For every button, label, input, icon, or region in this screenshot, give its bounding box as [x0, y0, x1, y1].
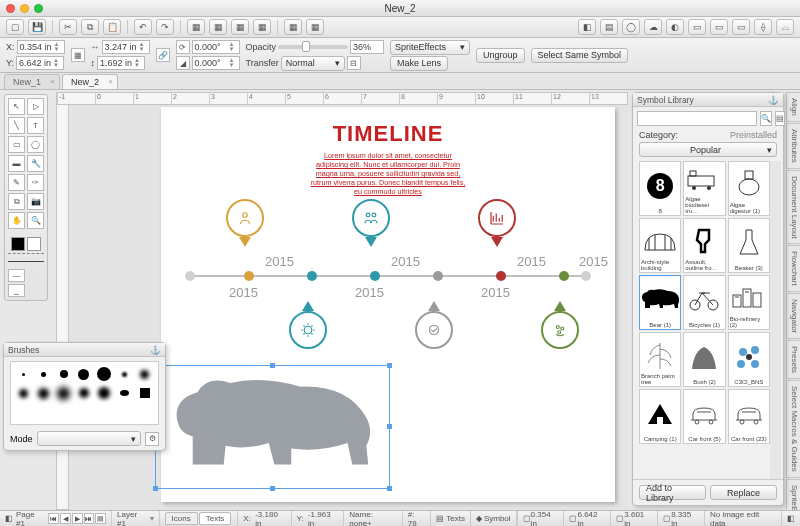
- paste-button[interactable]: 📋: [103, 19, 121, 35]
- side-tab[interactable]: Presets: [786, 340, 800, 379]
- symbol-cell[interactable]: Car front (5): [683, 389, 725, 444]
- symbol-cell[interactable]: Beaker (3): [728, 218, 770, 273]
- side-tab[interactable]: Select Macros & Guides: [786, 380, 800, 478]
- bottom-tab[interactable]: Texts: [199, 512, 232, 525]
- symbol-library-panel[interactable]: Symbol Library⚓ 🔍 ▤ Category:Preinstalle…: [632, 92, 784, 506]
- sprite-effects-dropdown[interactable]: SpriteEffects▾: [390, 40, 470, 55]
- shear-input[interactable]: 0.000°▲▼: [192, 56, 240, 70]
- first-page-button[interactable]: ⏮: [48, 513, 59, 524]
- symbol-cell[interactable]: Bio-refinery (2): [728, 275, 770, 330]
- next-page-button[interactable]: ▶: [72, 513, 83, 524]
- y-input[interactable]: 6.642 in▲▼: [16, 56, 64, 70]
- grid-button[interactable]: ▦: [284, 19, 302, 35]
- hand-tool[interactable]: ✋: [8, 212, 25, 229]
- stroke-weight-button[interactable]: —: [8, 269, 25, 282]
- link-icon[interactable]: 🔗: [156, 48, 170, 62]
- make-lens-button[interactable]: Make Lens: [390, 56, 448, 71]
- crop-tool[interactable]: ⧉: [8, 193, 25, 210]
- stroke-style-button[interactable]: ⎯: [8, 284, 25, 297]
- opacity-slider[interactable]: [278, 45, 348, 49]
- toolbar-button[interactable]: ◧: [578, 19, 596, 35]
- symbol-cell[interactable]: 88: [639, 161, 681, 216]
- toolbar-button[interactable]: ◯: [622, 19, 640, 35]
- symbol-cell[interactable]: Camping (1): [639, 389, 681, 444]
- rect-tool[interactable]: ▭: [8, 136, 25, 153]
- scrollbar[interactable]: [770, 161, 781, 479]
- toolbar-button[interactable]: 💾: [28, 19, 46, 35]
- brush-tool[interactable]: ✎: [8, 174, 25, 191]
- camera-tool[interactable]: 📷: [27, 193, 44, 210]
- cut-button[interactable]: ✂: [59, 19, 77, 35]
- search-button[interactable]: 🔍: [760, 111, 772, 126]
- document-tab[interactable]: New_2×: [62, 74, 118, 89]
- symbol-cell[interactable]: Archi-style building: [639, 218, 681, 273]
- stack-button[interactable]: ▦: [187, 19, 205, 35]
- anchor-icon[interactable]: ⚓: [150, 345, 161, 355]
- opacity-input[interactable]: 36%: [350, 40, 384, 54]
- last-page-button[interactable]: ⏭: [84, 513, 95, 524]
- transfer-mode-dropdown[interactable]: Normal▾: [281, 56, 345, 71]
- symbol-search-input[interactable]: [637, 111, 757, 126]
- add-page-button[interactable]: ▤: [95, 513, 106, 524]
- anchor-icon[interactable]: ⚓: [768, 95, 779, 105]
- symbol-cell[interactable]: Branch palm tree: [639, 332, 681, 387]
- toolbar-button[interactable]: ⌓: [776, 19, 794, 35]
- fill-tool[interactable]: ▬: [8, 155, 25, 172]
- side-tab[interactable]: Flowchart: [786, 245, 800, 292]
- ellipse-tool[interactable]: ◯: [27, 136, 44, 153]
- add-to-library-button[interactable]: Add to Library: [639, 485, 706, 500]
- brushes-panel[interactable]: Brushes⚓ Mode ▾: [3, 342, 166, 451]
- side-tab[interactable]: Navigator: [786, 293, 800, 339]
- toolbar-button[interactable]: ☁: [644, 19, 662, 35]
- stack-button[interactable]: ▦: [209, 19, 227, 35]
- stroke-swatch[interactable]: [11, 237, 25, 251]
- symbol-cell[interactable]: Car front (23): [728, 389, 770, 444]
- grid-button[interactable]: ▦: [306, 19, 324, 35]
- undo-button[interactable]: ↶: [134, 19, 152, 35]
- toolbar-button[interactable]: ◐: [666, 19, 684, 35]
- w-input[interactable]: 3.247 in▲▼: [102, 40, 150, 54]
- fill-swatch[interactable]: [27, 237, 41, 251]
- close-tab-icon[interactable]: ×: [108, 77, 113, 86]
- document-tab[interactable]: New_1×: [4, 74, 60, 89]
- x-input[interactable]: 0.354 in▲▼: [17, 40, 65, 54]
- symbol-cell[interactable]: Bicycles (1): [683, 275, 725, 330]
- ungroup-button[interactable]: Ungroup: [476, 48, 525, 63]
- select-tool[interactable]: ↖: [8, 98, 25, 115]
- filter-button[interactable]: ▤: [775, 111, 785, 126]
- toolbar-button[interactable]: ▭: [688, 19, 706, 35]
- side-tab[interactable]: Attributes: [786, 123, 800, 169]
- toolbar-button[interactable]: ▤: [600, 19, 618, 35]
- anchor-grid[interactable]: ▦: [71, 48, 85, 62]
- symbol-cell[interactable]: Bush (2): [683, 332, 725, 387]
- stack-button[interactable]: ▦: [231, 19, 249, 35]
- copy-button[interactable]: ⧉: [81, 19, 99, 35]
- wrench-tool[interactable]: 🔧: [27, 155, 44, 172]
- stack-button[interactable]: ▦: [253, 19, 271, 35]
- toolbar-button[interactable]: ⟠: [754, 19, 772, 35]
- symbol-cell[interactable]: Algae biodiesel tru…: [683, 161, 725, 216]
- rotate-input[interactable]: 0.000°▲▼: [192, 40, 240, 54]
- side-tab[interactable]: Document Layout: [786, 170, 800, 245]
- line-tool[interactable]: ╲: [8, 117, 25, 134]
- selection-box[interactable]: [155, 365, 390, 489]
- symbol-cell[interactable]: Assault, outline fro…: [683, 218, 725, 273]
- eyedropper-tool[interactable]: ✑: [27, 174, 44, 191]
- toolbar-button[interactable]: ▭: [732, 19, 750, 35]
- toolbar-button[interactable]: ▢: [6, 19, 24, 35]
- select-same-symbol-button[interactable]: Select Same Symbol: [531, 48, 629, 63]
- direct-select-tool[interactable]: ▷: [27, 98, 44, 115]
- symbol-cell[interactable]: Algae digestor (1): [728, 161, 770, 216]
- side-tab[interactable]: Align: [786, 92, 800, 122]
- brush-mode-dropdown[interactable]: ▾: [37, 431, 141, 446]
- prev-page-button[interactable]: ◀: [60, 513, 71, 524]
- close-tab-icon[interactable]: ×: [50, 77, 55, 86]
- category-dropdown[interactable]: Popular▾: [639, 142, 777, 157]
- bottom-tab[interactable]: Icons: [165, 512, 198, 525]
- replace-button[interactable]: Replace: [710, 485, 777, 500]
- zoom-tool[interactable]: 🔍: [27, 212, 44, 229]
- brush-library[interactable]: [10, 361, 159, 425]
- text-tool[interactable]: T: [27, 117, 44, 134]
- symbol-cell[interactable]: Bear (1): [639, 275, 681, 330]
- brush-settings-button[interactable]: ⚙: [145, 432, 159, 446]
